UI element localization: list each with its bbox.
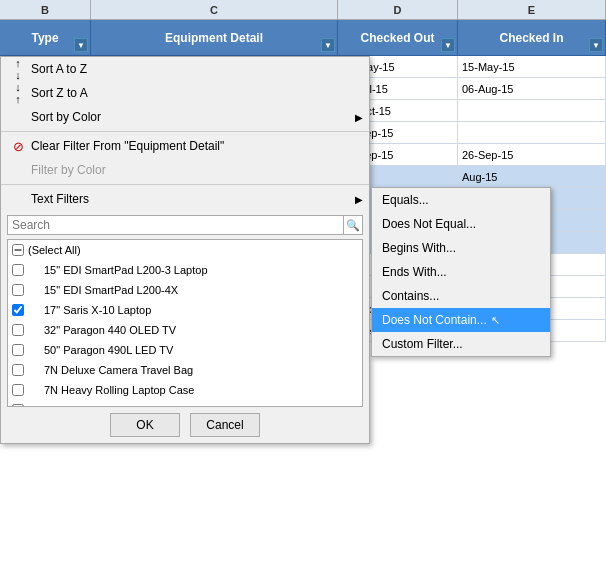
cb-item[interactable]: 7N Heavy Rolling Laptop Case (8, 380, 362, 400)
col-header-e: E (458, 0, 606, 19)
col-header-b: B (0, 0, 91, 19)
cb-item-label: 15" EDI SmartPad L200-4X (44, 284, 178, 296)
cb-item-label: 7N Heavy Rolling Laptop Case (44, 384, 194, 396)
cb-item-label: 17" Saris X-10 Laptop (44, 304, 151, 316)
cb-item[interactable]: 50" Paragon 490L LED TV (8, 340, 362, 360)
sort-za-item[interactable]: ↓↑ Sort Z to A (1, 81, 369, 105)
custom-filter-item[interactable]: Custom Filter... (372, 332, 550, 356)
header-checked-in: Checked In ▼ (458, 20, 606, 55)
cell-checked-in: 06-Aug-15 (458, 78, 606, 99)
cell-checked-in: 26-Sep-15 (458, 144, 606, 165)
cb-select-all-checkbox[interactable] (12, 244, 24, 256)
table-header: Type ▼ Equipment Detail ▼ Checked Out ▼ … (0, 20, 606, 56)
filter-color-item[interactable]: Filter by Color (1, 158, 369, 182)
contains-item[interactable]: Contains... (372, 284, 550, 308)
sort-color-arrow: ▶ (355, 112, 363, 123)
sort-color-item[interactable]: Sort by Color ▶ (1, 105, 369, 129)
cb-select-all-label: (Select All) (28, 244, 81, 256)
ok-button[interactable]: OK (110, 413, 180, 437)
cell-checked-in (458, 122, 606, 143)
cb-checkbox[interactable] (12, 284, 24, 296)
sort-za-icon: ↓↑ (9, 81, 27, 105)
not-equal-label: Does Not Equal... (382, 217, 476, 231)
sort-za-label: Sort Z to A (31, 86, 88, 100)
cb-item[interactable]: 15" EDI SmartPad L200-3 Laptop (8, 260, 362, 280)
filter-color-label: Filter by Color (31, 163, 106, 177)
cell-checked-in: 15-May-15 (458, 56, 606, 77)
header-type: Type ▼ (0, 20, 91, 55)
text-filters-label: Text Filters (31, 192, 89, 206)
cb-item[interactable]: 7N Light Rolling Laptop Case (8, 400, 362, 407)
cb-item[interactable]: 32" Paragon 440 OLED TV (8, 320, 362, 340)
cb-checkbox[interactable] (12, 384, 24, 396)
ends-with-label: Ends With... (382, 265, 447, 279)
text-filters-item[interactable]: Text Filters ▶ Equals... Does Not Equal.… (1, 187, 369, 211)
search-container: 🔍 (1, 211, 369, 239)
not-contain-label: Does Not Contain... (382, 313, 487, 327)
col-header-d: D (338, 0, 458, 19)
search-button[interactable]: 🔍 (343, 215, 363, 235)
spreadsheet: B C D E Type ▼ Equipment Detail ▼ Checke… (0, 0, 606, 561)
cb-checkbox[interactable] (12, 304, 24, 316)
sort-az-label: Sort A to Z (31, 62, 87, 76)
cb-item[interactable]: 17" Saris X-10 Laptop (8, 300, 362, 320)
cb-item-label: 32" Paragon 440 OLED TV (44, 324, 176, 336)
sort-az-item[interactable]: ↑↓ Sort A to Z (1, 57, 369, 81)
cb-item[interactable]: 15" EDI SmartPad L200-4X (8, 280, 362, 300)
header-checked-out: Checked Out ▼ (338, 20, 458, 55)
cb-checkbox[interactable] (12, 264, 24, 276)
col-header-c: C (91, 0, 338, 19)
cursor-indicator: ↖ (491, 314, 500, 327)
separator-1 (1, 131, 369, 132)
cancel-button[interactable]: Cancel (190, 413, 260, 437)
contains-label: Contains... (382, 289, 439, 303)
cb-checkbox[interactable] (12, 364, 24, 376)
not-contain-item[interactable]: Does Not Contain... ↖ (372, 308, 550, 332)
filter-panel: ↑↓ Sort A to Z ↓↑ Sort Z to A Sort by Co… (0, 56, 370, 444)
text-filters-arrow: ▶ (355, 194, 363, 205)
cb-item[interactable]: 7N Deluxe Camera Travel Bag (8, 360, 362, 380)
search-input[interactable] (7, 215, 344, 235)
custom-filter-label: Custom Filter... (382, 337, 463, 351)
filter-arrow-equipment[interactable]: ▼ (321, 38, 335, 52)
equals-label: Equals... (382, 193, 429, 207)
cell-checked-in: Aug-15 (458, 166, 606, 187)
cell-checked-in (458, 100, 606, 121)
checkbox-list[interactable]: (Select All) 15" EDI SmartPad L200-3 Lap… (7, 239, 363, 407)
sort-color-label: Sort by Color (31, 110, 101, 124)
text-filters-submenu: Equals... Does Not Equal... Begins With.… (371, 187, 551, 357)
header-equipment: Equipment Detail ▼ (91, 20, 338, 55)
not-equal-item[interactable]: Does Not Equal... (372, 212, 550, 236)
begins-with-label: Begins With... (382, 241, 456, 255)
separator-2 (1, 184, 369, 185)
begins-with-item[interactable]: Begins With... (372, 236, 550, 260)
sort-az-icon: ↑↓ (9, 57, 27, 81)
filter-arrow-checked-out[interactable]: ▼ (441, 38, 455, 52)
cb-item-label: 7N Deluxe Camera Travel Bag (44, 364, 193, 376)
ends-with-item[interactable]: Ends With... (372, 260, 550, 284)
cb-checkbox[interactable] (12, 324, 24, 336)
panel-buttons: OK Cancel (1, 407, 369, 443)
clear-filter-item[interactable]: ⊘ Clear Filter From "Equipment Detail" (1, 134, 369, 158)
filter-arrow-type[interactable]: ▼ (74, 38, 88, 52)
clear-filter-label: Clear Filter From "Equipment Detail" (31, 139, 224, 153)
col-headers: B C D E (0, 0, 606, 20)
equals-item[interactable]: Equals... (372, 188, 550, 212)
cb-item-label: 15" EDI SmartPad L200-3 Laptop (44, 264, 208, 276)
filter-arrow-checked-in[interactable]: ▼ (589, 38, 603, 52)
cb-item-label: 50" Paragon 490L LED TV (44, 344, 173, 356)
cb-checkbox[interactable] (12, 344, 24, 356)
cb-select-all[interactable]: (Select All) (8, 240, 362, 260)
clear-filter-icon: ⊘ (9, 139, 27, 154)
